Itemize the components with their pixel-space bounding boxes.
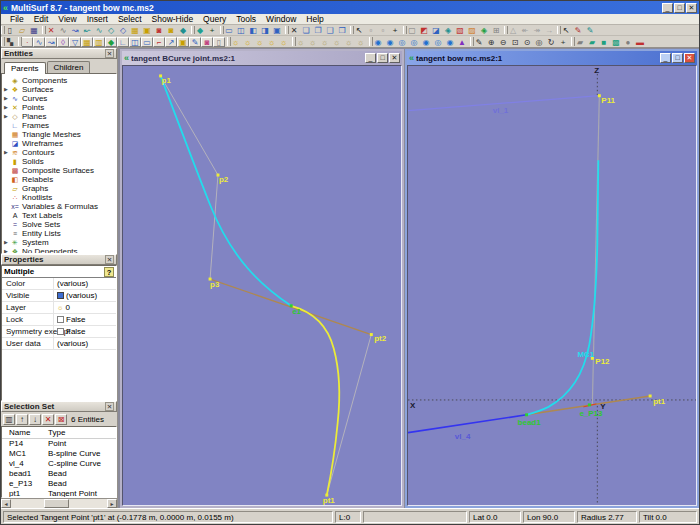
scroll-track[interactable]	[11, 499, 107, 508]
zoom-out-icon[interactable]: ⊖	[497, 37, 509, 47]
selection-move-up-icon[interactable]: ↑	[16, 414, 28, 425]
display-red-blue-icon[interactable]: ◩	[418, 25, 430, 35]
menu-item-select[interactable]: Select	[113, 14, 147, 25]
property-row-visible[interactable]: Visible(various)	[2, 290, 116, 302]
full-window-icon[interactable]: ▣	[271, 25, 283, 35]
entities-tree-item-solve-sets[interactable]: =Solve Sets	[2, 220, 116, 229]
create-graph-icon[interactable]: ↗	[165, 37, 177, 47]
create-solid-icon[interactable]: ◆	[105, 37, 117, 47]
create-wireframe-icon[interactable]: ◫	[129, 37, 141, 47]
property-row-layer[interactable]: Layer☼0	[2, 302, 116, 314]
viewport-left-titlebar[interactable]: « tangent BCurve joint.ms2:1 _□✕	[122, 51, 402, 65]
point-mode-icon[interactable]: ●	[622, 37, 634, 47]
expander-icon[interactable]: ▶	[2, 112, 10, 121]
create-formula-icon[interactable]: ✎	[189, 37, 201, 47]
properties-panel-header[interactable]: Properties ✕	[1, 254, 117, 265]
shaded-mode-icon[interactable]: ▰	[586, 37, 598, 47]
point-marker-pt1[interactable]	[649, 395, 652, 398]
create-magnet-icon[interactable]: ◊	[57, 37, 69, 47]
viewport-right-titlebar[interactable]: « tangent bow mc.ms2:1 _□✕	[407, 51, 697, 65]
property-value[interactable]: (various)	[54, 338, 116, 349]
cspline-curve[interactable]	[291, 306, 339, 495]
child-restore-button[interactable]: □	[377, 53, 388, 63]
zoom-in-icon[interactable]: ⊕	[485, 37, 497, 47]
vl_4-line[interactable]	[408, 415, 527, 433]
display-hatch-icon[interactable]: ▧	[454, 25, 466, 35]
hide-others-icon[interactable]: ☼	[355, 37, 367, 47]
create-knotlist-icon[interactable]: ▣	[177, 37, 189, 47]
expander-icon[interactable]: ▶	[2, 247, 10, 254]
selection-row-pt1[interactable]: pt1Tangent Point	[2, 489, 116, 498]
display-gray-icon[interactable]: ▢	[406, 25, 418, 35]
create-snake-icon[interactable]: ↝	[45, 37, 57, 47]
expander-icon[interactable]: ▶	[2, 238, 10, 247]
insert-point-icon[interactable]: ◆	[194, 25, 206, 35]
view-right-icon[interactable]: ◎	[408, 37, 420, 47]
select-move-icon[interactable]: +	[389, 25, 401, 35]
tab-children[interactable]: Children	[47, 61, 91, 73]
point-marker-pt2[interactable]	[370, 333, 373, 336]
hide-children-icon[interactable]: ☼	[319, 37, 331, 47]
tab-parents[interactable]: Parents	[4, 62, 46, 74]
entities-tree-item-no-dependents[interactable]: ▶❖No Dependents	[2, 247, 116, 254]
insert-solid-icon[interactable]: ▣	[141, 25, 153, 35]
menu-item-window[interactable]: Window	[261, 14, 301, 25]
property-value[interactable]: (various)	[54, 290, 116, 301]
property-value[interactable]: False	[54, 314, 116, 325]
line-pt2-pt1[interactable]	[327, 335, 372, 496]
viewport-right-canvas[interactable]: ZP11vl_1MC1P12XYpt1e_P13bead1vl_4	[407, 65, 697, 506]
measure-flag-icon[interactable]: ▚	[4, 37, 16, 47]
zoom-extents-icon[interactable]: ⊙	[521, 37, 533, 47]
create-point-icon[interactable]: ∙	[21, 37, 33, 47]
view-perspective-icon[interactable]: ▲	[456, 37, 468, 47]
entities-tree-item-variables-formulas[interactable]: x=Variables & Formulas	[2, 202, 116, 211]
rotate-view-icon[interactable]: ↻	[545, 37, 557, 47]
selection-remove-icon[interactable]: ✕	[42, 414, 54, 425]
menu-item-show-hide[interactable]: Show-Hide	[147, 14, 199, 25]
hide-entity-icon[interactable]: ☼	[295, 37, 307, 47]
maximize-button[interactable]: □	[674, 3, 685, 13]
scroll-thumb[interactable]	[44, 499, 69, 508]
checkbox-icon[interactable]	[57, 328, 64, 335]
properties-help-button[interactable]: ?	[104, 267, 114, 277]
entities-tree-item-text-labels[interactable]: AText Labels	[2, 211, 116, 220]
create-surface-icon[interactable]: ▦	[81, 37, 93, 47]
mc1-curve[interactable]	[527, 160, 599, 415]
new-file-icon[interactable]: ▯	[4, 25, 16, 35]
display-green-icon[interactable]: ◈	[478, 25, 490, 35]
hide-parents-icon[interactable]: ☼	[307, 37, 319, 47]
create-frame-icon[interactable]: ∟	[117, 37, 129, 47]
solid-mode-icon[interactable]: ■	[598, 37, 610, 47]
two-windows-icon[interactable]: ◫	[235, 25, 247, 35]
child-minimize-button[interactable]: _	[365, 53, 376, 63]
expander-icon[interactable]: ▶	[2, 94, 10, 103]
snap-point-icon[interactable]: ↜	[81, 25, 93, 35]
entities-tree-item-system[interactable]: ▶✳System	[2, 238, 116, 247]
child-minimize-button[interactable]: _	[660, 53, 671, 63]
selection-panel-header[interactable]: Selection Set ✕	[1, 401, 117, 412]
property-value[interactable]: ☼0	[54, 302, 116, 313]
measure-forward-icon[interactable]: ↠	[531, 25, 543, 35]
selection-row-p14[interactable]: P14Point	[2, 439, 116, 449]
show-set-icon[interactable]: ☼	[278, 37, 290, 47]
child-restore-button[interactable]: □	[672, 53, 683, 63]
create-contour-icon[interactable]: ▭	[141, 37, 153, 47]
insert-curve-icon[interactable]: ∿	[93, 25, 105, 35]
arrange-windows-icon[interactable]: ❒	[336, 25, 348, 35]
view-top-icon[interactable]: ◉	[420, 37, 432, 47]
zoom-window-icon[interactable]: ⊡	[509, 37, 521, 47]
entities-tree-item-relabels[interactable]: ◧Relabels	[2, 175, 116, 184]
column-header-name[interactable]: Name	[2, 427, 48, 438]
view-left-icon[interactable]: ◎	[396, 37, 408, 47]
expander-icon[interactable]: ▶	[2, 103, 10, 112]
three-windows-icon[interactable]: ◧	[247, 25, 259, 35]
selection-columns-icon[interactable]: ▥	[3, 414, 15, 425]
column-header-type[interactable]: Type	[48, 427, 116, 438]
menu-item-edit[interactable]: Edit	[29, 14, 54, 25]
measure-end-icon[interactable]: →	[543, 25, 555, 35]
display-curves-icon[interactable]: ◪	[430, 25, 442, 35]
entities-tree-item-surfaces[interactable]: ▶❖Surfaces	[2, 85, 116, 94]
entities-tree-item-contours[interactable]: ▶≋Contours	[2, 148, 116, 157]
show-parents-icon[interactable]: ☼	[242, 37, 254, 47]
magnet-tool-icon[interactable]: ◆	[177, 25, 189, 35]
